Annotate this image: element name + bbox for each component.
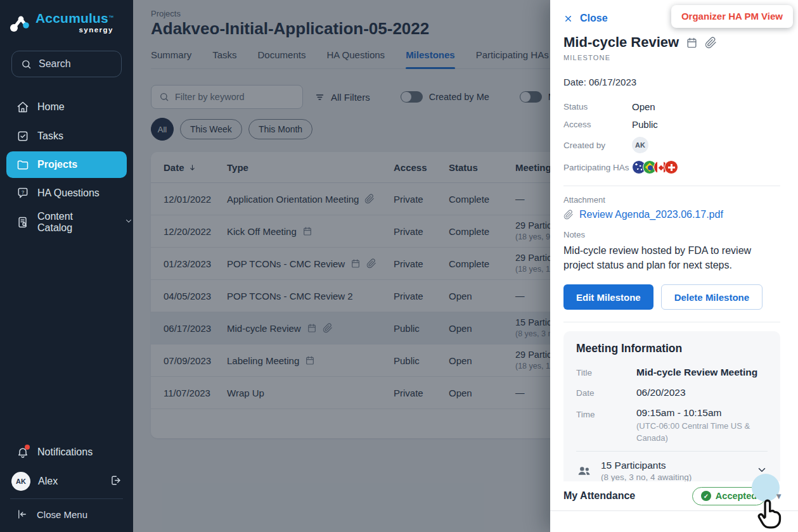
cell-date: 11/07/2023 xyxy=(164,388,227,398)
attachment-icon[interactable] xyxy=(705,37,717,49)
cell-date: 12/20/2022 xyxy=(164,226,227,237)
question-bubble-icon: ? xyxy=(16,187,29,200)
all-filters-button[interactable]: All Filters xyxy=(314,92,370,103)
sidebar-search-input[interactable]: Search xyxy=(11,51,122,77)
attachment-icon xyxy=(366,258,376,269)
cell-access: Private xyxy=(394,388,449,398)
sidebar-item-ha-questions[interactable]: ?HA Questions xyxy=(0,179,133,208)
milestone-detail-panel: Close Mid-cycle Review MILESTONE Date: 0… xyxy=(550,0,798,532)
cell-type: POP TCONs - CMC Review xyxy=(227,258,394,269)
column-header-status: Status xyxy=(449,162,515,173)
meeting-date-label: Date xyxy=(576,387,636,398)
calendar-icon xyxy=(305,355,315,365)
milestone-date: Date: 06/17/2023 xyxy=(563,77,780,87)
collapse-icon xyxy=(16,509,28,520)
attendance-dropdown-caret[interactable]: ▼ xyxy=(775,491,783,501)
app-root: Accumulus™ synergy Search HomeTasksProje… xyxy=(0,0,798,532)
cell-date: 04/05/2023 xyxy=(164,291,227,301)
chevron-down-icon xyxy=(124,217,133,225)
logout-icon[interactable] xyxy=(110,474,122,489)
sidebar-item-label: Home xyxy=(37,101,65,113)
attachment-link[interactable]: Review Agenda_2023.06.17.pdf xyxy=(563,209,780,220)
sidebar-item-notifications[interactable]: Notifications xyxy=(0,438,133,467)
close-menu-label: Close Menu xyxy=(37,509,87,520)
cell-status: Complete xyxy=(449,258,515,269)
tab-ha-questions[interactable]: HA Questions xyxy=(326,49,385,60)
search-label: Search xyxy=(39,58,71,70)
milestone-title: Mid-cycle Review xyxy=(563,34,679,51)
sidebar-item-home[interactable]: Home xyxy=(0,92,133,122)
sidebar-divider xyxy=(10,498,123,499)
brand: Accumulus™ synergy xyxy=(0,0,133,41)
cell-access: Private xyxy=(394,194,449,205)
quick-filter-this-week[interactable]: This Week xyxy=(180,119,242,139)
sidebar-item-tasks[interactable]: Tasks xyxy=(0,122,133,151)
sidebar-item-label: Tasks xyxy=(37,130,63,142)
toggle-switch[interactable] xyxy=(401,91,423,103)
column-header-type: Type xyxy=(227,162,394,173)
creator-avatar: AK xyxy=(632,137,648,153)
page-title: Adakveo-Initial-Application-05-2022 xyxy=(151,19,429,39)
cell-date: 12/01/2022 xyxy=(164,194,227,205)
cell-access: Public xyxy=(394,355,449,366)
calendar-icon xyxy=(302,226,312,236)
cell-type: Kick Off Meeting xyxy=(227,226,394,237)
cell-access: Private xyxy=(394,291,449,301)
participants-icon xyxy=(576,463,592,479)
cell-status: Open xyxy=(449,323,515,334)
calendar-icon[interactable] xyxy=(686,37,698,49)
tab-documents[interactable]: Documents xyxy=(258,49,306,60)
meeting-timezone: (UTC-06:00 Central Time US & Canada) xyxy=(636,421,768,445)
keyword-filter-input[interactable]: Filter by keyword xyxy=(151,85,303,109)
meeting-time-value: 09:15am - 10:15am xyxy=(636,407,721,418)
sort-descending-icon xyxy=(188,163,196,172)
toggle-created-by-me[interactable]: Created by Me xyxy=(401,91,489,103)
paperclip-icon xyxy=(563,210,574,220)
breadcrumb[interactable]: Projects xyxy=(151,9,181,18)
close-label: Close xyxy=(580,13,608,24)
toggle-label: Created by Me xyxy=(429,92,489,102)
cell-date: 07/09/2023 xyxy=(164,355,227,366)
tab-milestones[interactable]: Milestones xyxy=(406,49,455,60)
attachment-icon xyxy=(364,194,375,204)
quick-filter-pills: AllThis WeekThis Month xyxy=(151,118,312,141)
brand-name: Accumulus xyxy=(35,11,108,25)
cell-access: Private xyxy=(394,258,449,269)
calendar-icon xyxy=(351,258,361,269)
toggle-switch[interactable] xyxy=(520,91,542,103)
participating-has-label: Participating HAs xyxy=(563,163,632,172)
cell-type: Labeling Meeting xyxy=(227,355,394,366)
participating-ha-flags xyxy=(632,160,780,174)
column-header-date[interactable]: Date xyxy=(164,162,227,173)
sidebar-user[interactable]: AK Alex xyxy=(0,467,133,496)
sidebar-item-content-catalog[interactable]: Content Catalog xyxy=(0,208,133,237)
delete-milestone-button[interactable]: Delete Milestone xyxy=(661,284,763,310)
folder-icon xyxy=(16,158,29,171)
check-icon: ✓ xyxy=(701,491,711,501)
home-icon xyxy=(16,101,29,113)
sidebar-item-projects[interactable]: Projects xyxy=(6,151,127,178)
accumulus-logo-icon xyxy=(9,11,30,37)
search-icon xyxy=(21,59,32,70)
access-value: Public xyxy=(632,119,780,130)
tab-tasks[interactable]: Tasks xyxy=(212,49,236,60)
organizer-view-tooltip: Organizer HA PM View xyxy=(671,5,793,28)
tab-summary[interactable]: Summary xyxy=(151,49,191,60)
close-menu-button[interactable]: Close Menu xyxy=(0,502,133,527)
column-header-access: Access xyxy=(394,162,449,173)
keyword-placeholder: Filter by keyword xyxy=(175,92,245,102)
quick-filter-this-month[interactable]: This Month xyxy=(248,119,312,139)
tab-participating-has[interactable]: Participating HAs xyxy=(476,49,549,60)
access-label: Access xyxy=(563,120,632,129)
filter-row: Filter by keyword All Filters Created by… xyxy=(151,85,607,109)
notifications-label: Notifications xyxy=(37,446,93,458)
notes-label: Notes xyxy=(563,230,780,239)
sidebar-item-label: Content Catalog xyxy=(37,211,107,234)
notification-badge xyxy=(25,445,30,450)
edit-milestone-button[interactable]: Edit Milestone xyxy=(563,284,653,310)
cell-type: Wrap Up xyxy=(227,388,394,398)
brand-tagline: synergy xyxy=(35,27,113,34)
meeting-date-value: 06/20/2023 xyxy=(636,387,768,398)
quick-filter-all[interactable]: All xyxy=(151,118,174,141)
sidebar-item-label: Projects xyxy=(37,159,77,170)
